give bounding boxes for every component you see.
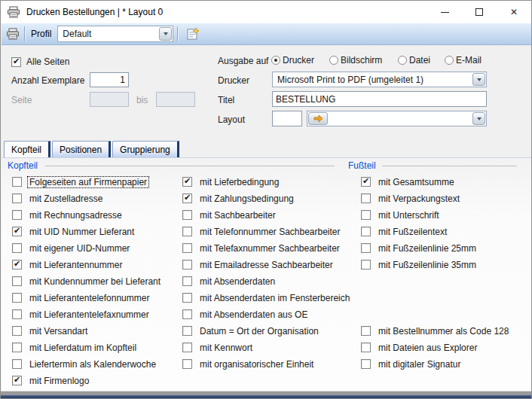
checkbox-unchecked[interactable] xyxy=(182,227,192,236)
checkbox-unchecked[interactable] xyxy=(182,326,192,336)
profile-properties-icon[interactable] xyxy=(185,26,200,41)
radio-datei[interactable]: Datei xyxy=(398,55,430,65)
checkbox-checked[interactable] xyxy=(12,376,22,385)
checkbox-item[interactable]: mit Lieferantentelefonnummer xyxy=(12,292,151,303)
checkbox-item[interactable]: mit Sachbearbeiter xyxy=(182,209,277,221)
checkbox-item[interactable]: mit Verpackungstext xyxy=(361,193,461,204)
checkbox-label: Folgeseiten auf Firmenpapier xyxy=(28,177,148,187)
checkbox-unchecked[interactable] xyxy=(361,326,371,336)
layout-dropdown-button[interactable] xyxy=(472,112,485,125)
checkbox-item[interactable]: mit Telefaxnummer Sachbearbeiter xyxy=(182,242,341,254)
radio-email[interactable]: E-Mail xyxy=(445,55,482,65)
checkbox-item[interactable]: mit Kundennummer bei Lieferant xyxy=(12,276,162,287)
radio-email-circle[interactable] xyxy=(445,56,454,65)
checkbox-item[interactable]: mit Fußzeilenlinie 35mm xyxy=(361,259,478,270)
layout-go-button[interactable] xyxy=(308,112,328,125)
drucker-combobox[interactable]: Microsoft Print to PDF (umgeleitet 1) xyxy=(272,72,487,87)
checkbox-checked[interactable] xyxy=(12,260,22,270)
checkbox-item[interactable]: mit Gesamtsumme xyxy=(361,176,456,187)
checkbox-item[interactable]: mit Absenderdaten im Fensterbereich xyxy=(182,292,351,303)
checkbox-unchecked[interactable] xyxy=(12,309,22,319)
radio-datei-circle[interactable] xyxy=(398,56,407,65)
checkbox-item[interactable]: Folgeseiten auf Firmenpapier xyxy=(12,176,148,187)
checkbox-item[interactable]: mit Versandart xyxy=(12,325,89,337)
checkbox-unchecked[interactable] xyxy=(361,260,371,270)
checkbox-item[interactable]: mit Lieferdatum im Kopfteil xyxy=(12,342,138,353)
checkbox-item[interactable]: Datum = Ort der Organisation xyxy=(182,325,320,337)
checkbox-item[interactable]: mit Lieferbedingung xyxy=(182,176,280,187)
checkbox-item[interactable]: mit Zahlungsbedingung xyxy=(182,193,295,204)
checkbox-item[interactable]: mit Kennwort xyxy=(182,342,254,353)
checkbox-item[interactable]: mit Firmenlogo xyxy=(12,375,90,386)
checkbox-item[interactable]: mit Lieferantentelefaxnummer xyxy=(12,309,151,320)
checkbox-unchecked[interactable] xyxy=(12,343,22,352)
radio-bildschirm[interactable]: Bildschirm xyxy=(329,55,382,65)
alle-seiten-option[interactable]: Alle Seiten xyxy=(11,56,69,67)
checkbox-item[interactable]: mit UID Nummer Lieferant xyxy=(12,226,136,237)
checkbox-unchecked[interactable] xyxy=(182,260,192,270)
profil-combobox[interactable]: Default xyxy=(57,26,173,42)
checkbox-item[interactable]: mit Fußzeilenlinie 25mm xyxy=(361,242,478,254)
checkbox-unchecked[interactable] xyxy=(361,359,371,369)
radio-bildschirm-circle[interactable] xyxy=(329,56,338,65)
checkbox-item[interactable]: mit Fußzeilentext xyxy=(361,226,448,237)
checkbox-unchecked[interactable] xyxy=(361,343,371,352)
checkbox-unchecked[interactable] xyxy=(12,276,22,286)
profil-dropdown-button[interactable] xyxy=(159,27,172,41)
checkbox-item[interactable]: mit Dateien aus Explorer xyxy=(361,342,478,353)
checkbox-checked[interactable] xyxy=(361,177,371,187)
checkbox-checked[interactable] xyxy=(182,177,192,187)
checkbox-unchecked[interactable] xyxy=(361,227,371,236)
checkbox-unchecked[interactable] xyxy=(12,326,22,336)
layout-combobox[interactable] xyxy=(307,111,487,126)
checkbox-checked[interactable] xyxy=(182,193,192,203)
checkbox-unchecked[interactable] xyxy=(12,177,22,187)
titel-input[interactable] xyxy=(272,91,487,107)
kopfteil-group-line xyxy=(45,166,335,166)
minimize-icon xyxy=(441,12,449,13)
alle-seiten-checkbox[interactable] xyxy=(11,57,21,67)
checkbox-unchecked[interactable] xyxy=(12,243,22,253)
checkbox-unchecked[interactable] xyxy=(182,343,192,352)
checkbox-unchecked[interactable] xyxy=(182,359,192,369)
checkbox-unchecked[interactable] xyxy=(182,210,192,220)
checkbox-unchecked[interactable] xyxy=(182,276,192,286)
checkbox-item[interactable]: mit Absenderdaten xyxy=(182,276,277,287)
checkbox-item[interactable]: mit Rechnungsadresse xyxy=(12,209,124,221)
checkbox-checked[interactable] xyxy=(12,227,22,236)
checkbox-unchecked[interactable] xyxy=(182,309,192,319)
checkbox-item[interactable]: mit Absenderdaten aus OE xyxy=(182,309,309,320)
checkbox-unchecked[interactable] xyxy=(12,193,22,203)
close-button[interactable] xyxy=(497,1,531,23)
checkbox-unchecked[interactable] xyxy=(361,243,371,253)
tab-gruppierung[interactable]: Gruppierung xyxy=(112,141,179,157)
checkbox-item[interactable]: mit Lieferantennummer xyxy=(12,259,124,270)
checkbox-unchecked[interactable] xyxy=(12,293,22,303)
checkbox-unchecked[interactable] xyxy=(182,293,192,303)
checkbox-unchecked[interactable] xyxy=(361,193,371,203)
checkbox-item[interactable]: mit organisatorischer Einheit xyxy=(182,358,315,370)
arrow-right-icon xyxy=(313,114,323,123)
checkbox-item[interactable]: mit Emailadresse Sachbearbeiter xyxy=(182,259,335,270)
minimize-button[interactable] xyxy=(427,1,462,23)
checkbox-item[interactable]: mit Zustelladresse xyxy=(12,193,104,204)
checkbox-item[interactable]: mit Telefonnummer Sachbearbeiter xyxy=(182,226,342,237)
checkbox-item[interactable]: mit eigener UID-Nummer xyxy=(12,242,131,254)
print-icon[interactable] xyxy=(5,26,20,41)
checkbox-item[interactable]: Liefertermin als Kalenderwoche xyxy=(12,358,157,370)
tab-positionen[interactable]: Positionen xyxy=(52,141,111,157)
checkbox-item[interactable]: mit Unterschrift xyxy=(361,209,441,221)
layout-number-input[interactable] xyxy=(272,111,302,126)
radio-drucker[interactable]: Drucker xyxy=(271,55,314,65)
checkbox-unchecked[interactable] xyxy=(361,210,371,220)
checkbox-item[interactable]: mit digitaler Signatur xyxy=(361,358,462,370)
tab-kopfteil[interactable]: Kopfteil xyxy=(4,141,50,157)
drucker-dropdown-button[interactable] xyxy=(472,73,485,86)
radio-drucker-circle[interactable] xyxy=(271,56,280,65)
anzahl-exemplare-input[interactable] xyxy=(90,72,129,87)
checkbox-item[interactable]: mit Bestellnummer als Code 128 xyxy=(361,325,510,337)
checkbox-unchecked[interactable] xyxy=(182,243,192,253)
checkbox-unchecked[interactable] xyxy=(12,210,22,220)
checkbox-unchecked[interactable] xyxy=(12,359,22,369)
maximize-button[interactable] xyxy=(462,1,497,23)
